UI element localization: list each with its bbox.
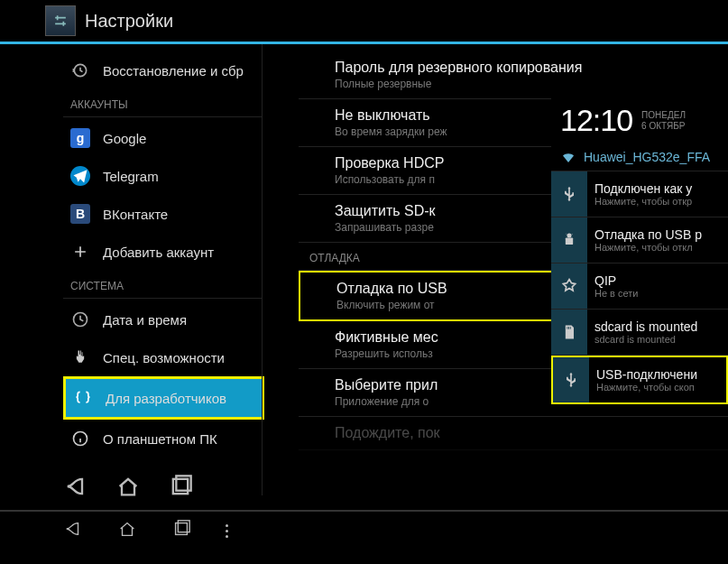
sidebar-item-label: Дата и время bbox=[103, 312, 187, 328]
usb-icon bbox=[553, 357, 589, 402]
wifi-icon bbox=[560, 149, 576, 165]
hand-icon bbox=[70, 347, 90, 367]
sidebar-item-google[interactable]: g Google bbox=[63, 119, 262, 157]
nav-bar-lower bbox=[0, 510, 728, 550]
notif-sub: sdcard is mounted bbox=[594, 334, 721, 345]
clock-icon bbox=[70, 310, 90, 329]
vk-icon: B bbox=[70, 204, 90, 224]
home-button[interactable] bbox=[117, 519, 137, 542]
row-backup-password[interactable]: Пароль для резервного копирования Полные… bbox=[299, 51, 728, 99]
section-accounts: АККАУНТЫ bbox=[63, 89, 262, 117]
svg-rect-3 bbox=[566, 238, 573, 245]
sidebar-item-label: ВКонтакте bbox=[103, 207, 168, 222]
sidebar-item-vk[interactable]: B ВКонтакте bbox=[63, 195, 262, 233]
svg-rect-10 bbox=[176, 523, 188, 535]
sidebar-item-label: Для разработчиков bbox=[106, 391, 226, 406]
home-button[interactable] bbox=[115, 474, 141, 503]
sidebar-item-telegram[interactable]: Telegram bbox=[63, 157, 262, 195]
settings-app-icon bbox=[45, 5, 76, 36]
qip-icon bbox=[551, 264, 587, 309]
row-sub: Полные резервные bbox=[335, 78, 717, 90]
braces-icon bbox=[73, 388, 93, 408]
row-title: Подождите, пок bbox=[335, 425, 717, 441]
sidebar-item-datetime[interactable]: Дата и время bbox=[63, 300, 262, 338]
notif-qip[interactable]: QIP Не в сети bbox=[551, 264, 728, 310]
notif-sub: Нажмите, чтобы откл bbox=[594, 242, 721, 253]
sidebar-item-add-account[interactable]: Добавить аккаунт bbox=[63, 233, 262, 271]
info-icon bbox=[70, 429, 90, 448]
notif-sub: Не в сети bbox=[594, 288, 721, 299]
notif-title: USB-подключени bbox=[596, 367, 719, 382]
notif-sub: Нажмите, чтобы скоп bbox=[596, 382, 719, 393]
back-button[interactable] bbox=[63, 519, 83, 542]
sidebar-item-label: Telegram bbox=[103, 169, 159, 184]
svg-rect-7 bbox=[570, 327, 571, 329]
sdcard-icon bbox=[551, 310, 587, 355]
clock-time: 12:10 bbox=[560, 103, 632, 138]
nav-bar-upper bbox=[0, 468, 728, 508]
recent-apps-button[interactable] bbox=[171, 519, 191, 542]
telegram-icon bbox=[70, 166, 90, 186]
restore-icon bbox=[70, 60, 90, 80]
clock-date: 6 ОКТЯБР bbox=[641, 121, 686, 132]
usb-icon bbox=[551, 171, 587, 217]
row-title: Пароль для резервного копирования bbox=[335, 60, 717, 76]
sidebar-item-label: Спец. возможности bbox=[103, 350, 225, 365]
notif-sdcard[interactable]: sdcard is mounted sdcard is mounted bbox=[551, 310, 728, 356]
back-button[interactable] bbox=[63, 474, 88, 503]
sidebar-item-label: Google bbox=[103, 131, 146, 146]
notif-title: sdcard is mounted bbox=[594, 319, 721, 334]
notif-usb-debug[interactable]: Отладка по USB р Нажмите, чтобы откл bbox=[551, 217, 728, 264]
google-icon: g bbox=[70, 128, 90, 148]
page-title: Настройки bbox=[85, 11, 173, 32]
sidebar: Восстановление и сбр АККАУНТЫ g Google T… bbox=[0, 44, 262, 495]
notif-title: QIP bbox=[594, 273, 721, 288]
android-icon bbox=[551, 217, 587, 263]
sidebar-item-restore[interactable]: Восстановление и сбр bbox=[63, 51, 262, 89]
wifi-quick-toggle[interactable]: Huawei_HG532e_FFA bbox=[551, 143, 728, 171]
clock-row: 12:10 ПОНЕДЕЛ 6 ОКТЯБР bbox=[551, 97, 728, 143]
sidebar-item-devopts[interactable]: Для разработчиков bbox=[63, 376, 264, 420]
svg-rect-6 bbox=[568, 327, 569, 329]
section-system: СИСТЕМА bbox=[63, 271, 262, 299]
notification-shade: 12:10 ПОНЕДЕЛ 6 ОКТЯБР Huawei_HG532e_FFA… bbox=[551, 97, 728, 404]
notif-sub: Нажмите, чтобы откр bbox=[594, 196, 721, 207]
plus-icon bbox=[70, 242, 90, 262]
notif-usb-connection[interactable]: USB-подключени Нажмите, чтобы скоп bbox=[551, 356, 728, 404]
notif-title: Подключен как у bbox=[594, 181, 721, 196]
menu-button[interactable] bbox=[226, 524, 228, 538]
recent-apps-button[interactable] bbox=[168, 474, 193, 503]
notif-title: Отладка по USB р bbox=[594, 227, 721, 242]
sidebar-item-accessibility[interactable]: Спец. возможности bbox=[63, 338, 262, 376]
svg-rect-11 bbox=[178, 521, 189, 532]
row-wait[interactable]: Подождите, пок bbox=[299, 417, 728, 450]
clock-day: ПОНЕДЕЛ bbox=[641, 110, 686, 121]
sidebar-item-label: О планшетном ПК bbox=[103, 431, 217, 447]
svg-rect-5 bbox=[567, 327, 568, 329]
sidebar-item-label: Восстановление и сбр bbox=[103, 63, 244, 79]
svg-point-4 bbox=[567, 234, 572, 238]
sidebar-item-label: Добавить аккаунт bbox=[103, 245, 214, 260]
wifi-ssid: Huawei_HG532e_FFA bbox=[584, 150, 710, 164]
sidebar-item-about[interactable]: О планшетном ПК bbox=[63, 420, 262, 458]
notif-connected-as[interactable]: Подключен как у Нажмите, чтобы откр bbox=[551, 171, 728, 217]
